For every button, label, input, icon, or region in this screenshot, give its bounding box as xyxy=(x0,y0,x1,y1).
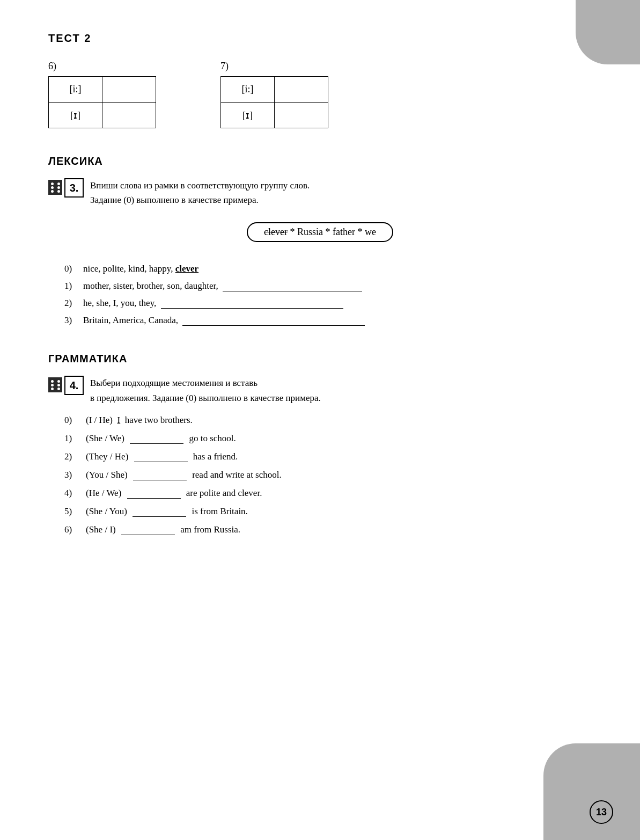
phonetic-table-7: [i:] [ɪ] xyxy=(220,76,328,128)
task4-item-1: 1) (She / We) go to school. xyxy=(64,433,592,444)
task4-item-2: 2) (They / He) has a friend. xyxy=(64,451,592,462)
task4-blank-3[interactable] xyxy=(133,480,187,480)
task4-number-box: 4. xyxy=(64,376,84,395)
task3-item-0-num: 0) xyxy=(64,264,83,274)
phonetic-cell-7-1-1[interactable] xyxy=(275,103,328,128)
task4-item-5-num: 5) xyxy=(64,506,86,517)
dot3 xyxy=(51,190,54,193)
task4-text1: Выбери подходящие местоимения и вставь xyxy=(90,378,258,388)
task4-dot4 xyxy=(57,380,60,383)
task4-text: Выбери подходящие местоимения и вставь в… xyxy=(90,376,592,405)
task4-icon xyxy=(48,377,62,392)
dot2 xyxy=(51,186,54,189)
task3-blank-2[interactable] xyxy=(161,308,343,309)
task4-answer-0: I xyxy=(117,415,121,425)
task4-item-4-text: (He / We) are polite and clever. xyxy=(86,488,262,499)
phonetic-cell-6-0-0: [i:] xyxy=(49,77,102,103)
task4-dot5 xyxy=(57,384,60,386)
phonetic-item-6: 6) [i:] [ɪ] xyxy=(48,61,156,128)
word-sep1: * Russia * father * we xyxy=(290,227,376,237)
task3-text1: Впиши слова из рамки в соответствующую г… xyxy=(90,180,310,191)
test-title: ТЕСТ 2 xyxy=(48,32,592,45)
phonetics-section: 6) [i:] [ɪ] 7) [i:] xyxy=(48,61,592,128)
task4-dot-col-2 xyxy=(56,379,61,391)
task4-number: 4. xyxy=(70,379,79,392)
task3-text: Впиши слова из рамки в соответствующую г… xyxy=(90,178,592,207)
task4-item-5-text: (She / You) is from Britain. xyxy=(86,506,248,517)
dot1 xyxy=(51,182,54,185)
task3-item-3: 3) Britain, America, Canada, xyxy=(64,315,592,326)
phonetic-item-7: 7) [i:] [ɪ] xyxy=(220,61,328,128)
task4-item-6-num: 6) xyxy=(64,524,86,535)
task3-item-3-text: Britain, America, Canada, xyxy=(83,315,365,326)
task4-item-4: 4) (He / We) are polite and clever. xyxy=(64,488,592,499)
task4-item-0-num: 0) xyxy=(64,415,86,426)
task4-dot2 xyxy=(51,384,54,386)
task4-item-3: 3) (You / She) read and write at school. xyxy=(64,470,592,480)
task4-row: 4. Выбери подходящие местоимения и встав… xyxy=(48,376,592,405)
task3-item-3-num: 3) xyxy=(64,315,83,326)
grammatika-header: ГРАММАТИКА xyxy=(48,353,592,365)
task4-dot6 xyxy=(57,388,60,390)
task4-dot3 xyxy=(51,388,54,390)
task4-item-0: 0) (I / He) I have two brothers. xyxy=(64,415,592,426)
task3-blank-3[interactable] xyxy=(182,325,365,326)
dot6 xyxy=(57,190,60,193)
phonetic-label-7: 7) xyxy=(220,61,229,72)
dot-col-1 xyxy=(50,182,55,193)
phonetic-cell-6-1-1[interactable] xyxy=(102,103,156,128)
task4-exercise-list: 0) (I / He) I have two brothers. 1) (She… xyxy=(64,415,592,535)
task4-blank-4[interactable] xyxy=(127,498,181,499)
page-container: ТЕСТ 2 6) [i:] [ɪ] 7) xyxy=(0,0,640,840)
task4-item-3-num: 3) xyxy=(64,470,86,480)
task3-item-2-text: he, she, I, you, they, xyxy=(83,298,343,309)
dot-col-2 xyxy=(56,182,61,193)
dot5 xyxy=(57,186,60,189)
task4-item-6-text: (She / I) am from Russia. xyxy=(86,524,240,535)
clever-answer: clever xyxy=(175,264,198,274)
word-clever: clever xyxy=(264,227,288,237)
task4-item-1-text: (She / We) go to school. xyxy=(86,433,236,444)
phonetic-cell-6-0-1[interactable] xyxy=(102,77,156,103)
task3-item-1-text: mother, sister, brother, son, daughter, xyxy=(83,281,362,291)
task4-item-3-text: (You / She) read and write at school. xyxy=(86,470,282,480)
task3-row: 3. Впиши слова из рамки в соответствующу… xyxy=(48,178,592,207)
task3-blank-1[interactable] xyxy=(223,291,362,291)
phonetic-cell-6-1-0: [ɪ] xyxy=(49,103,102,128)
phonetic-label-6: 6) xyxy=(48,61,56,72)
task3-icon xyxy=(48,180,62,195)
task3-item-1: 1) mother, sister, brother, son, daughte… xyxy=(64,281,592,291)
leksika-header: ЛЕКСИКА xyxy=(48,155,592,167)
task3-item-0: 0) nice, polite, kind, happy, clever xyxy=(64,264,592,274)
task4-item-0-text: (I / He) I have two brothers. xyxy=(86,415,193,426)
task4-blank-1[interactable] xyxy=(130,443,183,444)
task4-dot1 xyxy=(51,380,54,383)
task3-number: 3. xyxy=(70,182,79,194)
task4-item-6: 6) (She / I) am from Russia. xyxy=(64,524,592,535)
dot4 xyxy=(57,182,60,185)
task3-text2: Задание (0) выполнено в качестве примера… xyxy=(90,195,259,205)
task4-dot-col-1 xyxy=(50,379,55,391)
task4-text2: в предложения. Задание (0) выполнено в к… xyxy=(90,393,321,403)
task4-item-2-num: 2) xyxy=(64,451,86,462)
phonetic-cell-7-0-1[interactable] xyxy=(275,77,328,103)
task4-item-5: 5) (She / You) is from Britain. xyxy=(64,506,592,517)
task4-blank-6[interactable] xyxy=(121,535,175,535)
task3-item-0-text: nice, polite, kind, happy, clever xyxy=(83,264,198,274)
phonetic-table-6: [i:] [ɪ] xyxy=(48,76,156,128)
page-number: 13 xyxy=(590,800,613,824)
task4-item-1-num: 1) xyxy=(64,433,86,444)
task3-item-2: 2) he, she, I, you, they, xyxy=(64,298,592,309)
task3-number-box: 3. xyxy=(64,178,84,198)
task4-item-2-text: (They / He) has a friend. xyxy=(86,451,238,462)
word-box-container: clever * Russia * father * we xyxy=(48,217,592,253)
task4-blank-2[interactable] xyxy=(134,462,188,462)
task3-exercise-list: 0) nice, polite, kind, happy, clever 1) … xyxy=(64,264,592,326)
word-box: clever * Russia * father * we xyxy=(247,222,393,242)
phonetic-cell-7-1-0: [ɪ] xyxy=(221,103,275,128)
gray-bottom-right-decoration xyxy=(543,743,640,840)
task4-blank-5[interactable] xyxy=(133,516,186,517)
phonetic-cell-7-0-0: [i:] xyxy=(221,77,275,103)
task3-item-1-num: 1) xyxy=(64,281,83,291)
task4-item-4-num: 4) xyxy=(64,488,86,499)
